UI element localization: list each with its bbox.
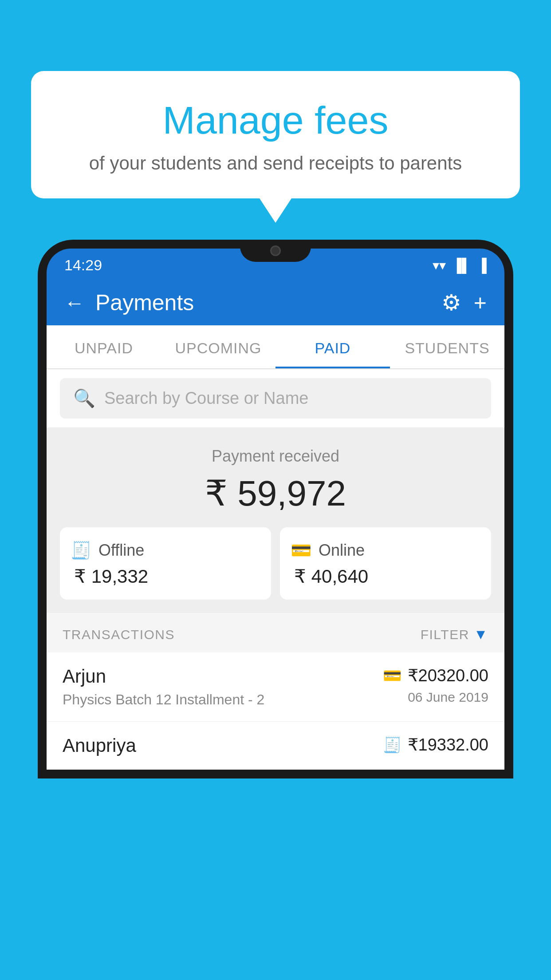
tab-unpaid[interactable]: UNPAID [47,325,161,368]
filter-icon: ▼ [474,626,488,643]
transaction-right: 💳 ₹20320.00 06 June 2019 [383,666,489,705]
speech-bubble-title: Manage fees [53,98,498,143]
plus-icon[interactable]: + [474,290,487,316]
phone-screen: 🔍 Search by Course or Name Payment recei… [47,369,504,770]
search-placeholder-text: Search by Course or Name [104,389,308,408]
transaction-name: Anupriya [63,735,383,756]
transaction-row[interactable]: Anupriya 🧾 ₹19332.00 [47,722,504,770]
online-card-row: 💳 Online [291,541,365,560]
tabs-container: UNPAID UPCOMING PAID STUDENTS [47,325,504,369]
gear-icon[interactable]: ⚙ [441,290,461,316]
offline-amount: ₹ 19,332 [71,565,148,587]
transaction-amount-row: 💳 ₹20320.00 [383,666,489,685]
payment-cards: 🧾 Offline ₹ 19,332 💳 Online ₹ 40,640 [60,527,491,600]
app-bar-title: Payments [95,290,194,316]
wifi-icon: ▾▾ [433,257,446,273]
transaction-right: 🧾 ₹19332.00 [383,735,489,755]
payment-received-label: Payment received [60,447,491,466]
transaction-left: Anupriya [63,735,383,761]
offline-card-row: 🧾 Offline [71,541,144,560]
online-amount: ₹ 40,640 [291,565,368,587]
app-bar-right: ⚙ + [441,290,487,316]
transaction-amount-row: 🧾 ₹19332.00 [383,735,489,755]
payment-amount: ₹ 59,972 [60,473,491,514]
filter-text: FILTER [421,627,469,642]
transaction-detail: Physics Batch 12 Installment - 2 [63,692,383,708]
battery-icon: ▐ [477,258,487,273]
offline-payment-card: 🧾 Offline ₹ 19,332 [60,527,271,600]
search-bar[interactable]: 🔍 Search by Course or Name [60,378,491,419]
transaction-row[interactable]: Arjun Physics Batch 12 Installment - 2 💳… [47,652,504,722]
filter-button[interactable]: FILTER ▼ [421,626,488,643]
app-bar: ← Payments ⚙ + [47,280,504,325]
offline-icon: 🧾 [71,541,91,560]
offline-label: Offline [98,541,144,560]
online-payment-card: 💳 Online ₹ 40,640 [280,527,491,600]
signal-icon: ▐▌ [452,258,471,273]
transaction-date: 06 June 2019 [408,690,488,705]
status-icons: ▾▾ ▐▌ ▐ [433,257,487,273]
online-icon: 💳 [291,541,311,560]
phone-camera [270,245,281,256]
transactions-label: TRANSACTIONS [63,627,175,642]
app-bar-left: ← Payments [64,290,194,316]
phone-container: 14:29 ▾▾ ▐▌ ▐ ← Payments ⚙ + UNPAID [38,240,513,980]
speech-bubble: Manage fees of your students and send re… [31,71,520,198]
phone-notch [240,240,311,262]
tab-students[interactable]: STUDENTS [390,325,504,368]
online-payment-icon: 💳 [383,667,401,684]
transaction-amount: ₹20320.00 [408,666,489,685]
phone-shell: 14:29 ▾▾ ▐▌ ▐ ← Payments ⚙ + UNPAID [38,240,513,778]
search-icon: 🔍 [73,388,95,409]
transaction-amount: ₹19332.00 [408,735,489,755]
transactions-header: TRANSACTIONS FILTER ▼ [47,613,504,652]
payment-summary: Payment received ₹ 59,972 🧾 Offline ₹ 19… [47,427,504,613]
offline-payment-icon: 🧾 [383,736,401,754]
online-label: Online [319,541,365,560]
back-button[interactable]: ← [64,291,85,315]
search-container: 🔍 Search by Course or Name [47,369,504,427]
tab-paid[interactable]: PAID [276,325,390,368]
status-time: 14:29 [64,257,102,274]
transaction-left: Arjun Physics Batch 12 Installment - 2 [63,666,383,708]
speech-bubble-subtitle: of your students and send receipts to pa… [53,153,498,174]
transaction-name: Arjun [63,666,383,687]
tab-upcoming[interactable]: UPCOMING [161,325,276,368]
